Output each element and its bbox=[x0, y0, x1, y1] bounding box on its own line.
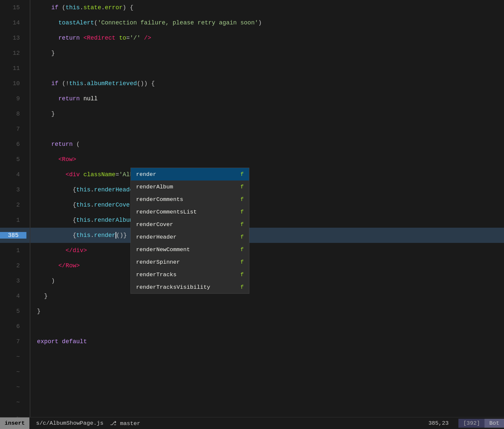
gutter bbox=[26, 167, 30, 182]
code-line-15: 15 if (this.state.error) { bbox=[0, 0, 504, 15]
code-line-tilde2: ~ bbox=[0, 364, 504, 380]
gutter bbox=[26, 76, 30, 91]
line-content: } bbox=[30, 106, 55, 121]
gutter bbox=[26, 121, 30, 137]
code-line-2: 2 {this.renderCover()} bbox=[0, 197, 504, 213]
line-number: 3 bbox=[0, 278, 26, 284]
line-number: ~ bbox=[0, 399, 26, 406]
line-content: if (!this.albumRetrieved()) { bbox=[30, 76, 155, 91]
line-content: </div> bbox=[30, 243, 87, 258]
gutter bbox=[26, 349, 30, 364]
line-content: return ( bbox=[30, 137, 80, 152]
line-number: 1 bbox=[0, 247, 26, 254]
code-line-1: 1 {this.renderAlbum()} bbox=[0, 213, 504, 228]
line-number: ~ bbox=[0, 384, 26, 390]
code-line-post-6: 6 bbox=[0, 319, 504, 334]
autocomplete-item-renderTracksVisibility[interactable]: renderTracksVisibility f bbox=[131, 281, 249, 293]
gutter bbox=[26, 15, 30, 30]
autocomplete-item-renderCover[interactable]: renderCover f bbox=[131, 218, 249, 231]
line-number: 2 bbox=[0, 202, 26, 208]
line-content: return <Redirect to='/' /> bbox=[30, 30, 151, 46]
autocomplete-item-type: f bbox=[240, 221, 244, 228]
line-content: {this.renderCover()} bbox=[30, 197, 144, 213]
autocomplete-item-name: renderNewComment bbox=[136, 247, 190, 253]
line-content: return null bbox=[30, 91, 98, 106]
line-content: {this.renderAlbum()} bbox=[30, 213, 144, 228]
line-content: {this.render()} bbox=[30, 228, 127, 243]
autocomplete-item-renderSpinner[interactable]: renderSpinner f bbox=[131, 256, 249, 268]
line-number: 1 bbox=[0, 217, 26, 223]
code-lines: 15 if (this.state.error) { 14 toastAlert… bbox=[0, 0, 504, 417]
autocomplete-item-renderHeader[interactable]: renderHeader f bbox=[131, 231, 249, 243]
line-content: } bbox=[30, 288, 48, 304]
autocomplete-item-name: renderTracksVisibility bbox=[136, 284, 210, 290]
autocomplete-item-renderNewComment[interactable]: renderNewComment f bbox=[131, 243, 249, 256]
autocomplete-item-name: renderCommentsList bbox=[136, 209, 197, 215]
line-content: {this.renderHeader()} bbox=[30, 182, 148, 197]
autocomplete-item-renderComments[interactable]: renderComments f bbox=[131, 193, 249, 206]
line-number: 13 bbox=[0, 35, 26, 41]
status-bar: insert s/c/AlbumShowPage.js ⎇ master 385… bbox=[0, 417, 504, 429]
editor-container: 15 if (this.state.error) { 14 toastAlert… bbox=[0, 0, 504, 429]
code-line-5: 5 <Row> bbox=[0, 152, 504, 167]
gutter bbox=[26, 410, 30, 417]
gutter bbox=[26, 243, 30, 258]
code-line-14: 14 toastAlert('Connection failure, pleas… bbox=[0, 15, 504, 30]
line-number: 11 bbox=[0, 65, 26, 72]
line-number: 10 bbox=[0, 80, 26, 87]
gutter bbox=[26, 364, 30, 380]
autocomplete-item-renderAlbum[interactable]: renderAlbum f bbox=[131, 181, 249, 193]
code-line-7: 7 bbox=[0, 121, 504, 137]
line-number: 14 bbox=[0, 19, 26, 26]
autocomplete-item-name: render bbox=[136, 171, 156, 178]
code-line-tilde3: ~ bbox=[0, 380, 504, 395]
autocomplete-item-type: f bbox=[240, 259, 244, 265]
line-content: ) bbox=[30, 273, 55, 288]
gutter bbox=[26, 273, 30, 288]
status-lines: [392] bbox=[458, 419, 485, 428]
code-line-post-2: 2 </Row> bbox=[0, 258, 504, 273]
autocomplete-item-type: f bbox=[240, 171, 244, 178]
autocomplete-item-type: f bbox=[240, 234, 244, 240]
autocomplete-item-renderTracks[interactable]: renderTracks f bbox=[131, 268, 249, 281]
autocomplete-item-name: renderHeader bbox=[136, 234, 176, 240]
gutter bbox=[26, 288, 30, 304]
autocomplete-item-type: f bbox=[240, 284, 244, 290]
autocomplete-dropdown[interactable]: render f renderAlbum f renderComments f … bbox=[130, 168, 249, 294]
gutter bbox=[26, 258, 30, 273]
line-number: 12 bbox=[0, 50, 26, 56]
code-line-post-4: 4 } bbox=[0, 288, 504, 304]
line-content: export default bbox=[30, 334, 87, 349]
autocomplete-item-renderCommentsList[interactable]: renderCommentsList f bbox=[131, 206, 249, 218]
code-line-tilde4: ~ bbox=[0, 395, 504, 410]
line-content: } bbox=[30, 46, 55, 61]
autocomplete-item-name: renderCover bbox=[136, 221, 173, 228]
gutter bbox=[26, 91, 30, 106]
gutter bbox=[26, 61, 30, 76]
code-line-post-7: 7 export default bbox=[0, 334, 504, 349]
line-number: ~ bbox=[0, 369, 26, 375]
code-line-10: 10 if (!this.albumRetrieved()) { bbox=[0, 76, 504, 91]
status-position: 385,23 bbox=[418, 420, 458, 426]
gutter bbox=[26, 380, 30, 395]
gutter bbox=[26, 106, 30, 121]
autocomplete-item-type: f bbox=[240, 247, 244, 253]
line-content: </Row> bbox=[30, 258, 80, 273]
autocomplete-item-name: renderTracks bbox=[136, 272, 176, 278]
autocomplete-item-name: renderAlbum bbox=[136, 184, 173, 190]
status-branch: ⎇ master bbox=[110, 420, 140, 427]
gutter bbox=[26, 46, 30, 61]
line-number: 4 bbox=[0, 171, 26, 178]
gutter bbox=[26, 213, 30, 228]
line-content: <Row> bbox=[30, 152, 76, 167]
autocomplete-item-type: f bbox=[240, 209, 244, 215]
line-number: 7 bbox=[0, 338, 26, 345]
gutter bbox=[26, 197, 30, 213]
code-line-3: 3 {this.renderHeader()} bbox=[0, 182, 504, 197]
autocomplete-item-render[interactable]: render f bbox=[131, 168, 249, 181]
gutter bbox=[26, 228, 30, 243]
line-number: 6 bbox=[0, 323, 26, 330]
line-number: ~ bbox=[0, 414, 26, 417]
line-number: 2 bbox=[0, 262, 26, 269]
branch-icon: ⎇ bbox=[110, 420, 117, 427]
